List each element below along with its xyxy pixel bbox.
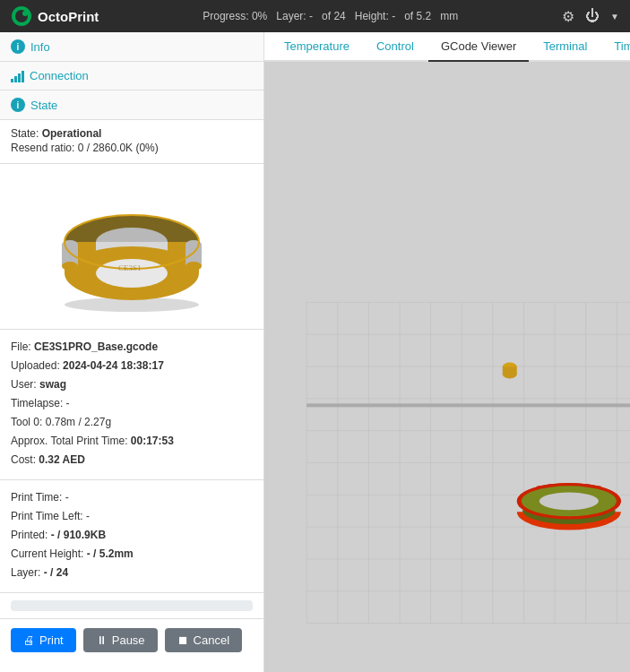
info-section-header[interactable]: i Info [0,32,263,62]
main-layout: i Info Connection i State State: Operati… [0,32,630,672]
info-icon: i [11,39,25,54]
pause-button[interactable]: ⏸ Pause [83,628,158,652]
header-actions: ⚙ ⏻ ▼ [562,8,619,25]
model-preview: CE3S1 [0,164,263,330]
info-label: Info [30,40,50,54]
header: OctoPrint Progress: 0% Layer: - of 24 He… [0,0,630,32]
print-time-approx-line: Approx. Total Print Time: 00:17:53 [11,433,253,449]
layer-total: 24 [333,10,345,22]
print-time-approx-value: 00:17:53 [131,435,174,447]
tool-value: 0.78m / 2.27g [46,416,111,428]
height-label: Height: [355,10,389,22]
user-value: swag [39,378,66,391]
cost-line: Cost: 0.32 AED [11,452,253,468]
tab-gcode-viewer[interactable]: GCode Viewer [428,32,529,62]
file-line: File: CE3S1PRO_Base.gcode [11,339,253,355]
right-panel: Temperature Control GCode Viewer Termina… [264,32,630,672]
header-progress-info: Progress: 0% Layer: - of 24 Height: - of… [113,10,548,22]
progress-bar-track [11,600,253,611]
uploaded-label: Uploaded: [11,359,60,372]
svg-point-15 [186,262,202,271]
print-time-label: Print Time: [11,491,62,504]
uploaded-line: Uploaded: 2024-04-24 18:38:17 [11,358,253,374]
cancel-icon: ⏹ [177,633,189,647]
ring-preview-svg: CE3S1 [42,175,221,318]
tab-bar: Temperature Control GCode Viewer Termina… [264,32,630,62]
file-value: CE3S1PRO_Base.gcode [34,340,158,353]
timelapse-value: - [66,397,70,409]
gcode-viewer-panel [264,62,630,672]
tab-terminal[interactable]: Terminal [531,32,600,62]
print-time-approx-label: Approx. Total Print Time: [11,435,128,447]
power-dropdown-icon[interactable]: ▼ [610,12,619,22]
cost-value: 0.32 AED [39,453,85,466]
state-operational: Operational [42,127,102,140]
print-button[interactable]: 🖨 Print [11,628,76,652]
connection-icon [11,70,24,82]
logo-area: OctoPrint [11,5,99,27]
printed-label: Printed: [11,529,47,541]
resend-ratio-line: Resend ratio: 0 / 2860.0K (0%) [11,142,253,154]
state-prefix: State: [11,127,39,140]
state-section-header[interactable]: i State [0,90,263,120]
logo-text: OctoPrint [38,9,99,24]
power-icon[interactable]: ⏻ [585,8,600,24]
svg-point-12 [62,262,78,271]
progress-label: Progress: [203,10,248,22]
tab-control[interactable]: Control [364,32,427,62]
print-label: Print [39,633,64,647]
file-label: File: [11,340,31,353]
layer-current-line: Layer: - / 24 [11,564,253,581]
octoprint-logo-icon [11,5,32,27]
print-time-value: - [65,491,69,504]
cost-label: Cost: [11,453,36,466]
printed-value: - / 910.9KB [51,529,106,541]
current-height-line: Current Height: - / 5.2mm [11,546,253,562]
state-icon: i [11,98,25,112]
state-content: State: Operational Resend ratio: 0 / 286… [0,120,263,164]
action-buttons: 🖨 Print ⏸ Pause ⏹ Cancel [0,619,263,661]
progress-bar-container [0,593,263,619]
print-icon: 🖨 [23,633,35,647]
user-label: User: [11,378,37,391]
print-time-left-label: Print Time Left: [11,510,83,522]
tool-label: Tool 0: [11,416,42,428]
cancel-button[interactable]: ⏹ Cancel [165,628,242,652]
printed-line: Printed: - / 910.9KB [11,527,253,543]
resend-value: 0 / 2860.0K (0%) [78,142,159,154]
layer-current-label: Layer: [11,566,40,579]
user-line: User: swag [11,376,253,392]
layer-label: Layer: [276,10,306,22]
print-stats-section: Print Time: - Print Time Left: - Printed… [0,480,263,593]
timelapse-line: Timelapse: - [11,395,253,411]
layer-of-label: of [322,10,331,22]
current-height-label: Current Height: [11,547,83,560]
cancel-label: Cancel [194,633,229,647]
state-section-label: State [30,99,57,112]
height-of: of 5.2 [404,10,431,22]
timelapse-label: Timelapse: [11,397,63,409]
progress-value: 0% [252,10,267,22]
height-value: - [392,10,395,22]
height-unit: mm [440,10,458,22]
layer-current-value: - / 24 [44,566,68,579]
connection-section-header[interactable]: Connection [0,62,263,90]
current-height-value: - / 5.2mm [87,547,134,560]
tab-timelapse[interactable]: Timelapse [601,32,630,62]
state-value-line: State: Operational [11,127,253,140]
gcode-canvas[interactable] [264,62,630,672]
tab-temperature[interactable]: Temperature [272,32,362,62]
sidebar: i Info Connection i State State: Operati… [0,32,264,672]
svg-text:CE3S1: CE3S1 [118,263,142,272]
resend-label: Resend ratio: [11,142,74,154]
tool-line: Tool 0: 0.78m / 2.27g [11,414,253,430]
print-time-left-value: - [86,510,90,522]
layer-value: - [309,10,313,22]
file-info-section: File: CE3S1PRO_Base.gcode Uploaded: 2024… [0,330,263,480]
connection-label: Connection [30,69,89,82]
svg-point-2 [22,11,28,16]
wrench-icon[interactable]: ⚙ [562,8,574,25]
print-time-line: Print Time: - [11,489,253,505]
pause-icon: ⏸ [96,633,108,647]
pause-label: Pause [112,633,145,647]
